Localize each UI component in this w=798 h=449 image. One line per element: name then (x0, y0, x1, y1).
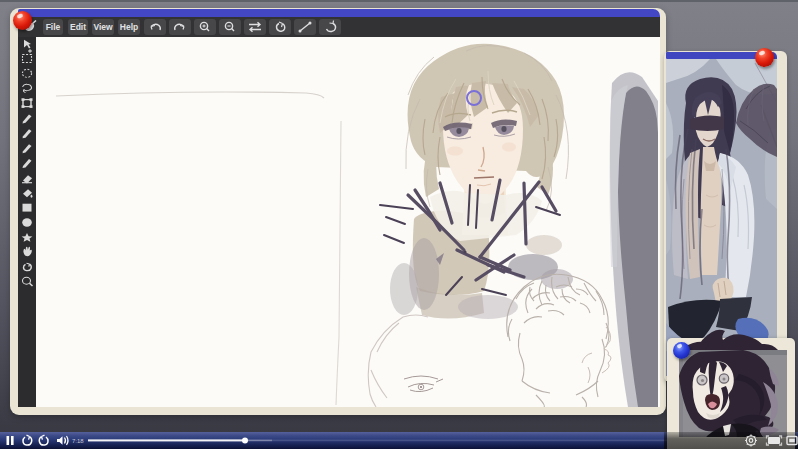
svg-text:7:18: 7:18 (72, 438, 84, 444)
